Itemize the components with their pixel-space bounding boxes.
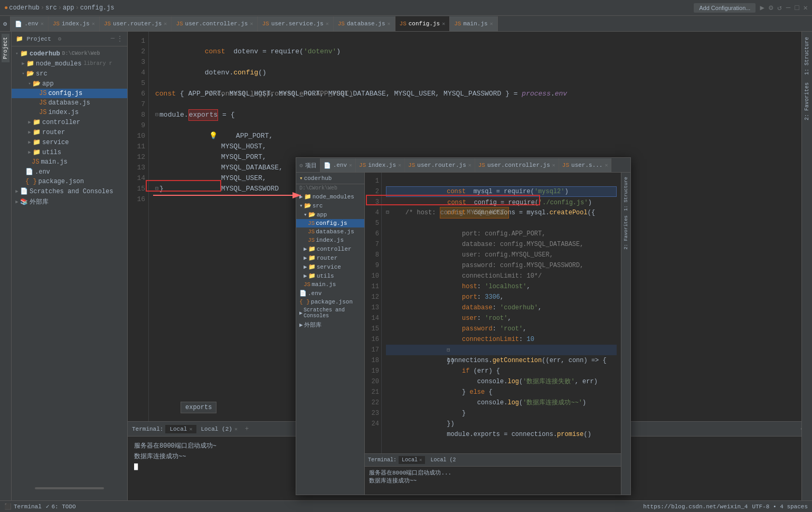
tab-userrouter[interactable]: JS user.router.js ✕ <box>100 16 172 31</box>
fold-close-icon[interactable]: ⊟ <box>155 184 158 194</box>
settings-icon[interactable]: ⚙ <box>769 3 773 12</box>
overlay-tab-usercontroller[interactable]: JS user.controller.js ✕ <box>475 158 559 172</box>
vtab-project[interactable]: Project <box>2 34 10 62</box>
tree-controller[interactable]: ▶ 📁 controller <box>12 117 127 127</box>
tab-userrouter-close[interactable]: ✕ <box>164 21 167 27</box>
overlay-tree-ctrl[interactable]: ▶ 📁 controller <box>296 244 364 253</box>
terminal-status-label[interactable]: ⬛ Terminal <box>4 503 42 510</box>
overlay-terminal-tab1[interactable]: Local ✕ <box>399 456 425 464</box>
tree-indexjs[interactable]: JS index.js <box>12 108 127 117</box>
breadcrumb-coderhub[interactable]: coderhub <box>9 4 40 12</box>
overlay-tab-env[interactable]: 📄 .env ✕ <box>320 158 356 172</box>
tab-database-close[interactable]: ✕ <box>388 21 391 27</box>
settings-sidebar-icon[interactable]: ⋮ <box>117 35 123 43</box>
overlay-tree-utils[interactable]: ▶ 📁 utils <box>296 271 364 280</box>
sidebar-scrollbar[interactable] <box>12 487 127 490</box>
overlay-tree-scratches[interactable]: ▶ Scratches and Consoles <box>296 306 364 320</box>
scrollbar-thumb[interactable] <box>35 487 104 489</box>
fold-icon-ov[interactable]: ⊟ <box>386 207 389 218</box>
tab-mainjs-close[interactable]: ✕ <box>490 21 493 27</box>
overlay-tree-dbjs[interactable]: JS database.js <box>296 227 364 236</box>
tab-configjs-close[interactable]: ✕ <box>442 21 445 27</box>
tab-configjs[interactable]: JS config.js ✕ <box>395 16 450 31</box>
tree-mainjs[interactable]: JS main.js <box>12 157 127 167</box>
breadcrumb-file[interactable]: config.js <box>80 4 115 12</box>
ov-ln-11: 11 <box>367 281 379 292</box>
overlay-settings-icon[interactable]: ⚙ <box>299 162 303 169</box>
add-configuration-button[interactable]: Add Configuration... <box>694 3 756 13</box>
tree-src-label: src <box>36 70 48 78</box>
ov-ln-22: 22 <box>367 397 379 408</box>
overlay-tree-router[interactable]: ▶ 📁 router <box>296 253 364 262</box>
overlay-tree-mainjs[interactable]: JS main.js <box>296 280 364 289</box>
overlay-tree-configjs[interactable]: JS config.js <box>296 219 364 227</box>
overlay-project-icon[interactable]: ⚙ 项目 <box>296 158 320 172</box>
minimize-icon[interactable]: ─ <box>786 4 790 12</box>
ov-fold-icon[interactable]: ⊟ <box>447 347 450 353</box>
breadcrumb-src[interactable]: src <box>45 4 57 12</box>
todo-status-label[interactable]: ✓ 6: TODO <box>46 503 76 510</box>
maximize-icon[interactable]: □ <box>795 4 799 12</box>
gear-icon-small[interactable]: ⚙ <box>58 36 61 42</box>
overlay-tree-idxjs[interactable]: JS index.js <box>296 236 364 244</box>
tab-indexjs[interactable]: JS index.js ✕ <box>49 16 100 31</box>
tree-configjs[interactable]: JS config.js <box>12 89 127 98</box>
terminal-tab1-close[interactable]: ✕ <box>189 426 192 432</box>
tab-usercontroller[interactable]: JS user.controller.js ✕ <box>172 16 258 31</box>
refresh-icon[interactable]: ↺ <box>777 3 781 12</box>
tree-env[interactable]: 📄 .env <box>12 167 127 177</box>
close-icon[interactable]: ✕ <box>804 3 808 12</box>
overlay-tree-nm[interactable]: ▶ 📁 node_modules <box>296 192 364 201</box>
tree-utils[interactable]: ▶ 📁 utils <box>12 147 127 157</box>
tree-external[interactable]: ▶ 📚 外部库 <box>12 196 127 207</box>
tab-userservice-close[interactable]: ✕ <box>326 21 329 27</box>
tree-service[interactable]: ▶ 📁 service <box>12 137 127 147</box>
overlay-vtab-favorites[interactable]: 2: Favorites <box>623 213 629 252</box>
overlay-ur-close[interactable]: ✕ <box>468 162 471 168</box>
run-icon[interactable]: ▶ <box>760 3 764 12</box>
vtab-structure[interactable]: 1: Structure <box>803 34 811 78</box>
overlay-tab-indexjs[interactable]: JS index.js ✕ <box>356 158 405 172</box>
tree-src[interactable]: ▾ 📂 src <box>12 69 127 79</box>
breadcrumb-app[interactable]: app <box>63 4 74 12</box>
tab-database[interactable]: JS database.js ✕ <box>334 16 395 31</box>
tab-env[interactable]: 📄 .env ✕ <box>11 16 48 31</box>
tree-app[interactable]: ▾ 📂 app <box>12 79 127 89</box>
tab-mainjs[interactable]: JS main.js ✕ <box>450 16 497 31</box>
overlay-tree-svc[interactable]: ▶ 📁 service <box>296 262 364 271</box>
fold-icon[interactable]: ⊟ <box>155 110 158 120</box>
terminal-tab2[interactable]: Local (2) ✕ <box>196 425 241 433</box>
tab-env-close[interactable]: ✕ <box>41 21 44 27</box>
tree-scratches[interactable]: ▶ 📄 Scratches and Consoles <box>12 186 127 196</box>
tree-router[interactable]: ▶ 📁 router <box>12 127 127 137</box>
tree-databasejs[interactable]: JS database.js <box>12 98 127 108</box>
overlay-tree-env[interactable]: 📄 .env <box>296 289 364 298</box>
terminal-add-button[interactable]: + <box>242 424 252 434</box>
overlay-term-close[interactable]: ✕ <box>419 457 422 463</box>
overlay-us-close[interactable]: ✕ <box>605 162 608 168</box>
overlay-uc-close[interactable]: ✕ <box>552 162 555 168</box>
tree-root[interactable]: ▾ 📁 coderhub D:\CWork\Web <box>12 49 127 59</box>
tab-usercontroller-close[interactable]: ✕ <box>250 21 253 27</box>
overlay-tab-userrouter[interactable]: JS user.router.js ✕ <box>405 158 475 172</box>
terminal-tab1[interactable]: Local ✕ <box>165 425 196 433</box>
vtab-favorites[interactable]: 2: Favorites <box>803 79 811 124</box>
tree-node-modules[interactable]: ▶ 📁 node_modules library r <box>12 59 127 69</box>
tab-userservice[interactable]: JS user.service.js ✕ <box>258 16 333 31</box>
overlay-tree-app[interactable]: ▾ 📂 app <box>296 210 364 219</box>
overlay-tree-pkg[interactable]: { } package.json <box>296 298 364 306</box>
terminal-tab2-close[interactable]: ✕ <box>234 426 238 432</box>
tab-indexjs-close[interactable]: ✕ <box>92 21 95 27</box>
overlay-tree-ext[interactable]: ▶ 外部库 <box>296 320 364 330</box>
overlay-tab-userservice[interactable]: JS user.s... ✕ <box>559 158 612 172</box>
overlay-tree-src[interactable]: ▾ 📂 src <box>296 201 364 210</box>
project-settings-icon[interactable]: ⚙ <box>0 16 11 31</box>
overlay-code-content[interactable]: const mysql = require('mysql2') const co… <box>382 173 621 453</box>
blog-link[interactable]: https://blog.csdn.net/weixin_4 <box>643 504 748 510</box>
overlay-vtab-structure[interactable]: 1: Structure <box>623 175 629 213</box>
overlay-env-close[interactable]: ✕ <box>349 162 352 168</box>
tree-packagejson[interactable]: { } package.json <box>12 177 127 186</box>
collapse-icon[interactable]: ─ <box>111 35 115 43</box>
overlay-idx-close[interactable]: ✕ <box>398 162 401 168</box>
overlay-terminal-tab2[interactable]: Local (2 <box>427 456 459 464</box>
